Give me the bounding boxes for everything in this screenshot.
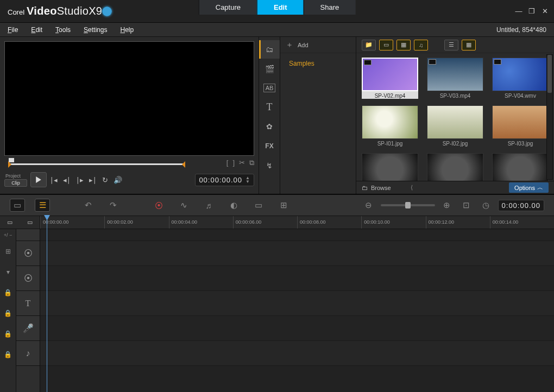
- menu-help[interactable]: Help: [120, 26, 134, 34]
- voice-track-head[interactable]: 🎤: [16, 316, 40, 341]
- filter-icon[interactable]: FX: [259, 137, 280, 155]
- library-thumbnail[interactable]: [362, 153, 418, 181]
- auto-music-icon[interactable]: ♬: [201, 199, 216, 212]
- menu-edit[interactable]: Edit: [31, 26, 42, 34]
- lock-icon-2[interactable]: 🔒: [0, 303, 16, 324]
- track-manager-icon[interactable]: ⊞: [0, 241, 16, 262]
- overlay-track-head[interactable]: ⦿: [16, 266, 40, 291]
- play-button[interactable]: [30, 172, 47, 187]
- library-thumbnail[interactable]: SP-V04.wmv: [492, 58, 549, 103]
- undo-icon[interactable]: ↶: [80, 199, 96, 212]
- footer-arrow-icon[interactable]: ⟨: [411, 184, 413, 191]
- lock-icon-4[interactable]: 🔒: [0, 344, 16, 365]
- ruler-tick: 00:00:00.00: [40, 216, 104, 229]
- music-track-head[interactable]: ♪: [16, 341, 40, 366]
- snapshot-icon[interactable]: ⧉: [249, 159, 254, 167]
- track-collapse-a-icon[interactable]: ▭: [7, 219, 12, 226]
- library-thumbnail[interactable]: SP-V02.mp4: [362, 58, 418, 103]
- import-icon[interactable]: 📁: [362, 40, 376, 50]
- project-mode-label[interactable]: Project: [4, 173, 27, 179]
- overlay-track-lane[interactable]: [40, 266, 554, 291]
- loop-icon[interactable]: ↻: [102, 176, 108, 184]
- library-sidebar: 🗂 🎬 AB T ✿ FX ↯: [259, 37, 280, 194]
- media-tab-icon[interactable]: 🗂: [259, 40, 280, 59]
- instant-project-icon[interactable]: 🎬: [259, 60, 280, 78]
- subtitle-icon[interactable]: ▭: [251, 199, 266, 212]
- cut-icon[interactable]: ✂: [239, 159, 245, 167]
- folder-column: ＋ Add Samples: [280, 37, 356, 194]
- scrub-bar[interactable]: [10, 163, 184, 165]
- show-video-icon[interactable]: ▭: [379, 40, 393, 50]
- track-lanes[interactable]: [40, 229, 554, 392]
- mark-in-icon[interactable]: [: [226, 159, 229, 167]
- voice-track-lane[interactable]: [40, 316, 554, 341]
- motion-track-icon[interactable]: ◐: [226, 199, 241, 212]
- menu-tools[interactable]: Tools: [55, 26, 71, 34]
- record-icon[interactable]: ⦿: [151, 199, 166, 212]
- transition-icon[interactable]: AB: [263, 84, 275, 92]
- list-view-icon[interactable]: ☰: [444, 40, 458, 50]
- show-photo-icon[interactable]: ▦: [396, 40, 411, 50]
- timecode-display[interactable]: 00:00:00.00 ▲▼: [195, 174, 254, 186]
- zoom-out-icon[interactable]: ⊖: [361, 199, 376, 212]
- library-thumbnail[interactable]: [427, 153, 483, 181]
- thumb-view-icon[interactable]: ▦: [462, 40, 476, 50]
- lock-icon-3[interactable]: 🔒: [0, 324, 16, 344]
- project-duration[interactable]: 0:00:00.00: [498, 200, 544, 211]
- go-start-icon[interactable]: ∣◂: [50, 176, 58, 184]
- add-label[interactable]: Add: [298, 42, 309, 48]
- music-track-lane[interactable]: [40, 341, 554, 366]
- multicam-icon[interactable]: ⊞: [276, 199, 291, 212]
- volume-icon[interactable]: 🔊: [114, 176, 122, 184]
- zoom-slider[interactable]: [381, 204, 435, 206]
- clip-mode-label[interactable]: Clip: [4, 179, 27, 187]
- step-fwd-icon[interactable]: ∣▸: [76, 176, 84, 184]
- browse-icon[interactable]: 🗀: [362, 185, 368, 191]
- title-track-lane[interactable]: [40, 291, 554, 316]
- fit-project-icon[interactable]: ⊡: [459, 199, 474, 212]
- options-button[interactable]: Options︿: [509, 182, 549, 193]
- storyboard-view-icon[interactable]: ▭: [10, 199, 25, 212]
- library-thumbnail[interactable]: SP-V03.mp4: [427, 58, 483, 103]
- timecode-stepper[interactable]: ▲▼: [245, 176, 250, 184]
- tab-capture[interactable]: Capture: [199, 0, 257, 15]
- guide-button[interactable]: [102, 7, 112, 16]
- video-track-lane[interactable]: [40, 241, 554, 266]
- video-track-head[interactable]: ⦿: [16, 241, 40, 266]
- menu-file[interactable]: File: [8, 26, 18, 34]
- lock-icon-1[interactable]: 🔒: [0, 282, 16, 303]
- browse-label[interactable]: Browse: [371, 185, 391, 191]
- redo-icon[interactable]: ↷: [105, 199, 121, 212]
- library-thumbnail[interactable]: SP-I01.jpg: [362, 105, 418, 151]
- plus-minus-toggle[interactable]: +/ −: [0, 229, 16, 241]
- minimize-icon[interactable]: —: [515, 8, 522, 15]
- sound-mixer-icon[interactable]: ∿: [176, 199, 191, 212]
- zoom-in-icon[interactable]: ⊕: [439, 199, 455, 212]
- chevron-down-icon[interactable]: ▾: [0, 262, 16, 282]
- show-audio-icon[interactable]: ♫: [414, 40, 428, 50]
- library-thumbnail[interactable]: SP-I02.jpg: [427, 105, 483, 151]
- step-back-icon[interactable]: ◂∣: [63, 176, 71, 184]
- timeline-view-icon[interactable]: ☰: [35, 199, 50, 212]
- title-icon[interactable]: T: [259, 98, 280, 116]
- title-track-head[interactable]: T: [16, 291, 40, 316]
- restore-icon[interactable]: ❐: [528, 8, 536, 15]
- plus-icon[interactable]: ＋: [286, 40, 293, 50]
- folder-samples[interactable]: Samples: [280, 56, 356, 71]
- library-thumbnail[interactable]: SP-I03.jpg: [492, 105, 549, 151]
- tab-share[interactable]: Share: [304, 0, 356, 15]
- preview-screen[interactable]: [5, 42, 254, 155]
- graphic-icon[interactable]: ✿: [259, 117, 280, 136]
- ruler-ticks[interactable]: 00:00:00.0000:00:02.0000:00:04.0000:00:0…: [40, 216, 554, 229]
- menu-settings[interactable]: Settings: [84, 26, 107, 34]
- library-scrollbar[interactable]: [546, 54, 553, 180]
- path-icon[interactable]: ↯: [259, 156, 280, 175]
- library-thumbnail[interactable]: [492, 153, 549, 181]
- timeline-playhead[interactable]: [47, 215, 47, 392]
- close-icon[interactable]: ✕: [541, 8, 549, 15]
- go-end-icon[interactable]: ▸∣: [89, 176, 97, 184]
- track-collapse-b-icon[interactable]: ▭: [27, 219, 33, 226]
- thumbnail-caption: SP-V03.mp4: [427, 91, 483, 99]
- tab-edit[interactable]: Edit: [257, 0, 304, 15]
- mark-out-icon[interactable]: ]: [232, 159, 235, 167]
